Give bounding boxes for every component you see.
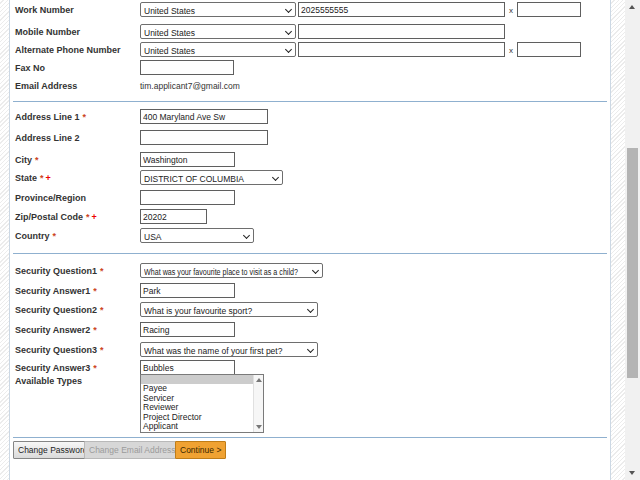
country-value: USA (144, 232, 242, 242)
work-number-ext-input[interactable] (517, 2, 581, 17)
work-number-label: Work Number (15, 5, 74, 15)
available-types-label: Available Types (15, 376, 82, 386)
alternate-phone-label: Alternate Phone Number (15, 45, 121, 55)
chevron-down-icon (272, 174, 279, 181)
security-question2-value: What is your favourite sport? (144, 306, 306, 316)
country-label: Country* (15, 231, 56, 241)
zip-label: Zip/Postal Code*+ (15, 212, 97, 222)
work-number-country-select[interactable]: United States (140, 2, 296, 17)
fax-label: Fax No (15, 63, 45, 73)
chevron-down-icon (285, 28, 292, 35)
available-types-listbox[interactable]: Payee Servicer Reviewer Project Director… (140, 374, 264, 433)
address-line1-input[interactable] (140, 109, 268, 124)
left-margin-texture (0, 0, 9, 480)
address-line2-input[interactable] (140, 130, 268, 145)
scroll-down-arrow-icon[interactable] (629, 471, 635, 475)
chevron-down-icon (243, 232, 250, 239)
work-number-country-value: United States (144, 6, 284, 16)
security-answer3-input[interactable] (140, 360, 235, 375)
change-email-address-button: Change Email Address (84, 441, 180, 459)
security-question1-label: Security Question1* (15, 266, 104, 276)
province-input[interactable] (140, 190, 235, 205)
security-answer1-input[interactable] (140, 283, 235, 298)
security-answer2-label: Security Answer2* (15, 325, 97, 335)
profile-form-page: Work Number United States x Mobile Numbe… (0, 0, 640, 480)
security-question3-value: What was the name of your first pet? (144, 346, 306, 356)
list-item[interactable]: Applicant (141, 422, 253, 432)
state-value: DISTRICT OF COLUMBIA (144, 174, 271, 184)
security-answer1-label: Security Answer1* (15, 286, 97, 296)
chevron-down-icon (307, 306, 314, 313)
section-divider (13, 437, 607, 438)
scrollbar-thumb[interactable] (627, 148, 638, 378)
chevron-down-icon (285, 6, 292, 13)
scroll-down-arrow-icon[interactable] (256, 425, 262, 429)
mobile-number-input[interactable] (298, 24, 505, 39)
security-question2-select[interactable]: What is your favourite sport? (140, 302, 318, 317)
listbox-scrollbar[interactable] (253, 375, 263, 432)
address-line2-label: Address Line 2 (15, 133, 80, 143)
right-margin-texture (611, 0, 625, 480)
security-question3-select[interactable]: What was the name of your first pet? (140, 342, 318, 357)
mobile-number-country-select[interactable]: United States (140, 24, 296, 39)
alternate-ext-separator: x (509, 46, 513, 55)
security-question3-label: Security Question3* (15, 345, 104, 355)
city-label: City* (15, 155, 39, 165)
scroll-up-arrow-icon[interactable] (256, 378, 262, 382)
security-answer3-label: Security Answer3* (15, 363, 97, 373)
alternate-phone-ext-input[interactable] (517, 42, 581, 57)
fax-input[interactable] (140, 60, 234, 75)
work-number-input[interactable] (298, 2, 505, 17)
security-question2-label: Security Question2* (15, 305, 104, 315)
state-label: State*+ (15, 173, 51, 183)
section-divider (13, 253, 607, 254)
address-line1-label: Address Line 1* (15, 112, 86, 122)
security-question1-select[interactable]: What was your favourite place to visit a… (140, 263, 323, 278)
section-divider (13, 101, 607, 102)
mobile-number-label: Mobile Number (15, 27, 80, 37)
change-password-button[interactable]: Change Password (13, 441, 92, 459)
alternate-phone-country-value: United States (144, 46, 284, 56)
security-answer2-input[interactable] (140, 322, 235, 337)
chevron-down-icon (285, 46, 292, 53)
state-select[interactable]: DISTRICT OF COLUMBIA (140, 170, 283, 185)
continue-button[interactable]: Continue > (175, 441, 226, 459)
security-question1-value: What was your favourite place to visit a… (144, 267, 325, 277)
alternate-phone-input[interactable] (298, 42, 505, 57)
zip-input[interactable] (140, 209, 207, 224)
country-select[interactable]: USA (140, 228, 254, 243)
mobile-number-country-value: United States (144, 28, 284, 38)
work-ext-separator: x (509, 6, 513, 15)
email-address-value: tim.applicant7@gmail.com (140, 81, 240, 91)
form-content-area: Work Number United States x Mobile Numbe… (10, 0, 610, 480)
page-scrollbar[interactable] (625, 0, 640, 480)
alternate-phone-country-select[interactable]: United States (140, 42, 296, 57)
province-label: Province/Region (15, 193, 86, 203)
chevron-down-icon (307, 346, 314, 353)
email-address-label: Email Address (15, 81, 77, 91)
scroll-up-arrow-icon[interactable] (629, 5, 635, 9)
city-input[interactable] (140, 152, 235, 167)
